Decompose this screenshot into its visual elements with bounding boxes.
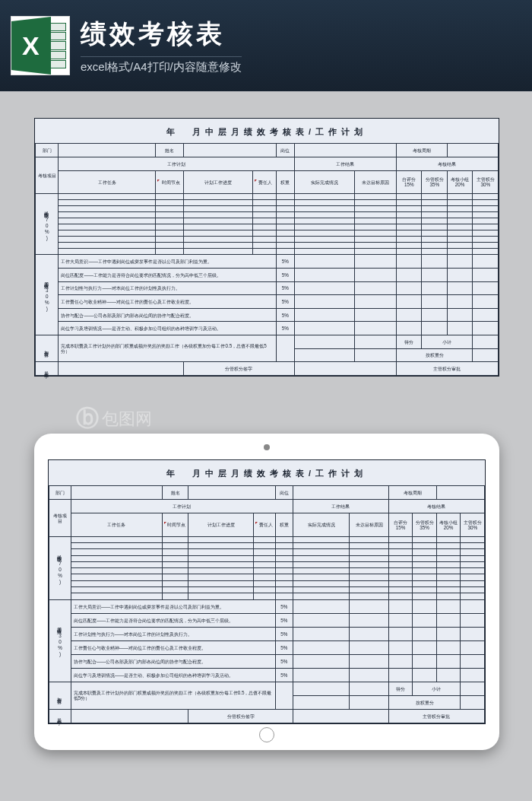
col-boss: 主管权分30% (461, 513, 485, 537)
lbl-score2: 得分 (388, 682, 413, 695)
around-desc: 岗位匹配度——工作能力是否符合岗位要求的匹配情况，分为高中低三个层级。 (71, 613, 275, 627)
sheet-title: 年 月中层月绩效考核表/工作计划 (36, 119, 499, 144)
lbl-cycle: 考核周期 (396, 144, 447, 157)
assessment-table: 年 月中层月绩效考核表/工作计划 部门 姓名 岗位 考核周期 考核项目 工作计划… (49, 460, 485, 723)
around-desc: 岗位匹配度——工作能力是否符合岗位要求的匹配情况，分为高中低三个层级。 (59, 269, 276, 282)
around-weight: 5% (275, 668, 293, 682)
col-task: 工作任务 (59, 170, 156, 193)
around-desc: 工作责任心与敬业精神——对岗位工作的责任心及工作敬业程度。 (71, 640, 275, 654)
col-weight: 权重 (275, 513, 293, 537)
lbl-eval-item: 考核项目 (49, 500, 71, 537)
lbl-mgr-sign: 分管权分签字 (183, 362, 294, 376)
col-owner: 责任人 (254, 513, 276, 537)
col-mgr: 分管权分35% (422, 170, 447, 193)
col-self: 自评分15% (396, 170, 421, 193)
lbl-subtotal: 小计 (422, 335, 473, 349)
extra-desc: 完成本职责及工作计划外的部门权重或额外奖惩的奖励工作（各级权重加分每工作0.5，… (59, 335, 276, 362)
col-time: 时间节点 (156, 170, 184, 193)
col-progress: 计划工作进度 (183, 170, 252, 193)
section-emp: 员工签字 (36, 362, 59, 376)
lbl-post: 岗位 (276, 144, 294, 157)
col-sub: 考核小组20% (447, 170, 472, 193)
col-self: 自评分15% (388, 513, 413, 537)
col-sub: 考核小组20% (436, 513, 461, 537)
col-boss: 主管权分30% (473, 170, 499, 193)
lbl-score: 考核结果 (388, 500, 484, 513)
extra-desc: 完成本职责及工作计划外的部门权重或额外奖惩的奖励工作（各级权重加分每工作0.5，… (71, 682, 275, 709)
lbl-dept: 部门 (49, 486, 71, 500)
around-desc: 协作与配合——公司各部及部门内部各岗位间的协作与配合程度。 (71, 654, 275, 668)
excel-icon: X (11, 16, 70, 75)
page-subtitle: excel格式/A4打印/内容随意修改 (81, 56, 242, 75)
around-weight: 5% (275, 640, 293, 654)
lbl-cycle: 考核周期 (388, 486, 436, 500)
around-desc: 岗位学习及培训情况——是否主动、积极参加公司组织的各种培训学习及活动。 (71, 668, 275, 682)
lbl-plan: 工作计划 (59, 157, 295, 171)
lbl-subtotal: 小计 (413, 682, 461, 695)
watermark: ⓑ包图网 (76, 403, 152, 434)
section-duty: 岗位履职(70%) (36, 193, 59, 255)
lbl-boss-sign: 主管权分审批 (396, 362, 498, 376)
lbl-mgr-sign: 分管权分签字 (188, 709, 293, 723)
around-desc: 工作计划性与执行力——对本岗位工作的计划性及执行力。 (71, 627, 275, 640)
around-weight: 5% (275, 654, 293, 668)
around-weight: 5% (276, 269, 294, 282)
lbl-plan: 工作计划 (71, 500, 293, 513)
around-desc: 工作计划性与执行力——对本岗位工作的计划性及执行力。 (59, 281, 276, 295)
around-desc: 工作大局意识——工作中遇到岗位或突发事件是否以公司及部门利益为重。 (71, 599, 275, 613)
page-header: X 绩效考核表 excel格式/A4打印/内容随意修改 (0, 0, 532, 91)
lbl-eval-item: 考核项目 (36, 157, 59, 194)
excel-icon-letter: X (22, 31, 40, 61)
section-duty: 岗位履职(70%) (49, 536, 71, 599)
around-weight: 5% (275, 627, 293, 640)
col-owner: 责任人 (253, 170, 276, 193)
col-task: 工作任务 (71, 513, 162, 537)
col-progress: 计划工作进度 (188, 513, 254, 537)
around-weight: 5% (276, 255, 294, 269)
section-around: 周边绩效(30%) (36, 255, 59, 335)
around-desc: 岗位学习及培训情况——是否主动、积极参加公司组织的各种培训学习及活动。 (59, 322, 276, 335)
col-time: 时间节点 (162, 513, 188, 537)
section-extra: 加分项目 (36, 335, 59, 362)
around-weight: 5% (275, 613, 293, 627)
around-weight: 5% (276, 322, 294, 335)
col-weight: 权重 (276, 170, 294, 193)
lbl-dept: 部门 (36, 144, 59, 157)
around-desc: 工作责任心与敬业精神——对岗位工作的责任心及工作敬业程度。 (59, 295, 276, 309)
section-extra: 加分项目 (49, 682, 71, 709)
lbl-final: 按权重分 (388, 695, 461, 709)
around-weight: 5% (276, 308, 294, 322)
sheet-title: 年 月中层月绩效考核表/工作计划 (49, 460, 485, 486)
section-around: 周边绩效(30%) (49, 599, 71, 682)
lbl-result: 工作结果 (293, 500, 388, 513)
around-desc: 协作与配合——公司各部及部门内部各岗位间的协作与配合程度。 (59, 308, 276, 322)
lbl-name: 姓名 (156, 144, 184, 157)
lbl-score: 考核结果 (396, 157, 498, 171)
col-actual: 实际完成情况 (293, 513, 349, 537)
lbl-score2: 得分 (396, 335, 421, 349)
lbl-result: 工作结果 (295, 157, 397, 171)
col-mgr: 分管权分35% (413, 513, 437, 537)
around-desc: 工作大局意识——工作中遇到岗位或突发事件是否以公司及部门利益为重。 (59, 255, 276, 269)
around-weight: 5% (276, 281, 294, 295)
lbl-final: 按权重分 (396, 348, 472, 362)
around-weight: 5% (276, 295, 294, 309)
spreadsheet-preview-top: 年 月中层月绩效考核表/工作计划 部门 姓名 岗位 考核周期 考核项目 工作计划… (34, 118, 499, 377)
section-emp: 员工签字 (49, 709, 71, 723)
lbl-boss-sign: 主管权分审批 (388, 709, 484, 723)
col-miss: 未达目标原因 (350, 513, 389, 537)
spreadsheet-preview-bottom: 年 月中层月绩效考核表/工作计划 部门 姓名 岗位 考核周期 考核项目 工作计划… (48, 459, 486, 724)
around-weight: 5% (275, 599, 293, 613)
col-actual: 实际完成情况 (295, 170, 355, 193)
tablet-frame: 年 月中层月绩效考核表/工作计划 部门 姓名 岗位 考核周期 考核项目 工作计划… (34, 434, 499, 750)
page-title: 绩效考核表 (81, 17, 242, 52)
lbl-post: 岗位 (275, 486, 293, 500)
assessment-table: 年 月中层月绩效考核表/工作计划 部门 姓名 岗位 考核周期 考核项目 工作计划… (35, 119, 499, 376)
col-miss: 未达目标原因 (355, 170, 397, 193)
lbl-name: 姓名 (162, 486, 188, 500)
